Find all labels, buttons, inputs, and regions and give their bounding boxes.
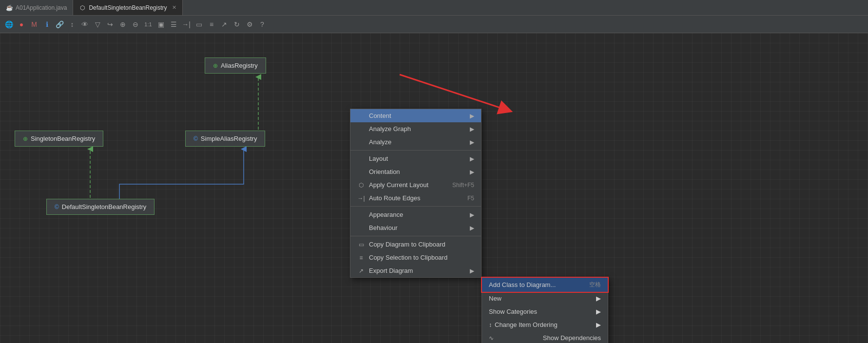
toolbar-minus-icon[interactable]: ⊖	[131, 19, 140, 29]
toolbar-sort-icon[interactable]: ↕	[67, 19, 77, 29]
toolbar-refresh-icon[interactable]: ↻	[232, 19, 242, 29]
menu-icon-copy-diagram: ▭	[357, 241, 365, 248]
menu-item-copy-selection[interactable]: ≡ Copy Selection to Clipboard	[350, 251, 481, 264]
menu-arrow-export: ▶	[470, 267, 474, 274]
toolbar-list-icon[interactable]: ≡	[207, 19, 216, 29]
node-icon-singleton: ⊕	[23, 135, 28, 142]
menu-item-analyze[interactable]: Analyze ▶	[350, 135, 481, 149]
menu-item-behaviour[interactable]: Behaviour ▶	[350, 221, 481, 234]
toolbar-export-icon[interactable]: ↗	[219, 19, 229, 29]
toolbar-layout-icon[interactable]: ▭	[194, 19, 204, 29]
node-label-alias-registry: AliasRegistry	[221, 62, 258, 69]
submenu-arrow-new: ▶	[596, 295, 601, 302]
menu-arrow-appearance: ▶	[470, 211, 474, 218]
menu-separator-2	[350, 206, 481, 207]
menu-icon-apply-layout: ⬡	[357, 182, 365, 189]
dependencies-icon: ∿	[489, 335, 494, 342]
menu-item-copy-diagram[interactable]: ▭ Copy Diagram to Clipboard	[350, 238, 481, 251]
menu-icon-export-diagram: ↗	[357, 267, 365, 274]
menu-item-layout[interactable]: Layout ▶	[350, 152, 481, 165]
toolbar: 🌐 ● M ℹ 🔗 ↕ 👁 ▽ ↪ ⊕ ⊖ 1:1 ▣ ☰ →| ▭ ≡ ↗ ↻…	[0, 16, 868, 33]
menu-shortcut-apply-layout: Shift+F5	[452, 182, 474, 189]
menu-item-apply-layout[interactable]: ⬡ Apply Current Layout Shift+F5	[350, 178, 481, 191]
tab-a01[interactable]: ☕ A01Application.java	[0, 0, 73, 15]
node-icon-simple-alias: ©	[193, 135, 198, 142]
node-label-singleton: SingletonBeanRegistry	[31, 135, 95, 142]
menu-shortcut-auto-route: F5	[467, 195, 474, 202]
submenu-item-change-ordering[interactable]: ↕ Change Item Ordering ▶	[482, 318, 608, 331]
node-label-simple-alias: SimpleAliasRegistry	[201, 135, 257, 142]
tab-bar: ☕ A01Application.java ⬡ DefaultSingleton…	[0, 0, 868, 16]
toolbar-record-icon[interactable]: ●	[17, 19, 26, 29]
menu-item-analyze-graph[interactable]: Analyze Graph ▶	[350, 122, 481, 135]
menu-icon-auto-route: →|	[357, 195, 365, 202]
node-label-default-singleton: DefaultSingletonBeanRegistry	[62, 203, 146, 210]
diagram-canvas[interactable]: ⊕ AliasRegistry ⊕ SingletonBeanRegistry …	[0, 33, 868, 343]
toolbar-undo-icon[interactable]: ↪	[105, 19, 115, 29]
java-file-icon: ☕	[6, 4, 13, 11]
node-singleton-bean-registry[interactable]: ⊕ SingletonBeanRegistry	[15, 131, 103, 147]
ordering-icon: ↕	[489, 322, 492, 328]
menu-item-export-diagram[interactable]: ↗ Export Diagram ▶	[350, 264, 481, 277]
submenu-item-show-categories[interactable]: Show Categories ▶	[482, 305, 608, 318]
menu-item-auto-route[interactable]: →| Auto Route Edges F5	[350, 191, 481, 205]
submenu-item-show-dependencies[interactable]: ∿ Show Dependencies	[482, 331, 608, 343]
menu-arrow-orientation: ▶	[470, 169, 474, 175]
context-menu: Content ▶ Analyze Graph ▶ Analyze ▶ Layo…	[350, 109, 482, 278]
toolbar-zoom-reset-icon[interactable]: 1:1	[143, 19, 153, 29]
node-default-singleton[interactable]: © DefaultSingletonBeanRegistry	[46, 199, 154, 215]
submenu-arrow-ordering: ▶	[596, 321, 601, 328]
menu-arrow-analyze: ▶	[470, 139, 474, 146]
tab-default-singleton[interactable]: ⬡ DefaultSingletonBeanRegistry ✕	[73, 0, 182, 15]
toolbar-info-icon[interactable]: ℹ	[42, 19, 52, 29]
toolbar-fit-icon[interactable]: ▣	[156, 19, 166, 29]
menu-arrow-behaviour: ▶	[470, 225, 474, 231]
node-simple-alias-registry[interactable]: © SimpleAliasRegistry	[185, 131, 265, 147]
submenu-item-add-class[interactable]: Add Class to Diagram... 空格	[482, 278, 608, 292]
menu-arrow-analyze-graph: ▶	[470, 126, 474, 133]
toolbar-visibility-icon[interactable]: 👁	[80, 19, 90, 29]
svg-line-5	[400, 75, 506, 110]
submenu-content: Add Class to Diagram... 空格 New ▶ Show Ca…	[482, 277, 608, 343]
close-tab-button[interactable]: ✕	[172, 4, 176, 11]
toolbar-route-icon[interactable]: →|	[181, 19, 191, 29]
toolbar-maven-icon[interactable]: M	[29, 19, 39, 29]
toolbar-link-icon[interactable]: 🔗	[55, 19, 64, 29]
menu-item-appearance[interactable]: Appearance ▶	[350, 208, 481, 221]
menu-arrow-layout: ▶	[470, 155, 474, 162]
node-icon-alias-registry: ⊕	[213, 62, 218, 69]
menu-item-content[interactable]: Content ▶	[350, 109, 481, 122]
node-alias-registry[interactable]: ⊕ AliasRegistry	[205, 57, 266, 74]
menu-item-orientation[interactable]: Orientation ▶	[350, 165, 481, 178]
diagram-file-icon: ⬡	[79, 4, 86, 11]
toolbar-help-icon[interactable]: ?	[257, 19, 267, 29]
toolbar-settings-icon[interactable]: ⚙	[245, 19, 254, 29]
toolbar-global-icon[interactable]: 🌐	[4, 19, 14, 29]
toolbar-plus-icon[interactable]: ⊕	[118, 19, 128, 29]
toolbar-group-icon[interactable]: ☰	[169, 19, 178, 29]
submenu-item-new[interactable]: New ▶	[482, 292, 608, 305]
menu-separator-3	[350, 236, 481, 236]
menu-separator-1	[350, 150, 481, 151]
menu-arrow-content: ▶	[470, 113, 474, 119]
node-icon-default-singleton: ©	[55, 204, 59, 210]
menu-icon-copy-selection: ≡	[357, 254, 365, 261]
toolbar-filter-icon[interactable]: ▽	[93, 19, 102, 29]
submenu-arrow-show-categories: ▶	[596, 308, 601, 315]
